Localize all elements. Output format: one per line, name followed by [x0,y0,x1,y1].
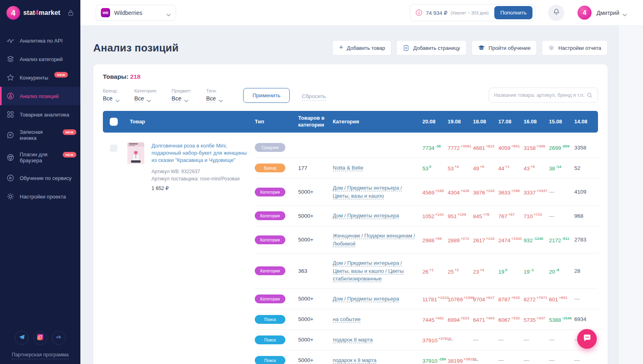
search-query-link[interactable]: подарок 8 марта [333,337,373,343]
action-button-2[interactable]: Пройти обучение [471,40,537,55]
sidebar-item-service-training[interactable]: Обучение по сервису [0,169,80,187]
category-link[interactable]: Дом / Предметы интерьера / Цветы, вазы и… [333,185,402,199]
type-badge-category: Категория [255,294,285,303]
position-value: 2699-659 [547,144,573,151]
filter-selects: Бренд:ВсеКатегория:ВсеПредмет:ВсеТеги:Вс… [103,88,238,103]
items-in-category: 5000+ [297,189,332,195]
search-query-link[interactable]: подарок к 8 марта [333,357,377,363]
sidebar-item-notebook[interactable]: Записная книжкаNEW [0,124,80,146]
position-value: 932-1240 [522,236,547,243]
sidebar-item-category-analysis[interactable]: Анализ категорий [0,50,80,68]
apply-button[interactable]: Применить [243,88,290,103]
brand-link[interactable]: Notta & Belle [333,165,363,171]
filter-select-1[interactable]: Категория:Все [134,88,157,103]
sidebar-item-competitors[interactable]: КонкурентыNEW [0,68,80,87]
user-menu[interactable]: Дмитрий [596,10,627,16]
sidebar-item-label: Аналитика по API [20,38,63,44]
product-image[interactable] [127,142,144,164]
avatar[interactable]: 4 [577,6,592,20]
gear-icon [6,192,14,200]
position-value: 4569+265 [421,188,446,196]
category-link[interactable]: Женщинам / Подарки женщинам / Любимой [333,233,415,247]
position-value: — [446,337,471,343]
marketplace-select[interactable]: WB Wildberries [96,5,176,21]
position-row: Категория5000+Дом / Предметы интерьера /… [254,178,598,205]
chat-button[interactable] [577,329,597,349]
position-value: — [547,189,573,195]
column-header-date: 20.08 [421,119,446,125]
sidebar-item-browser-plugin[interactable]: Плагин для браузераNEW [0,146,80,169]
position-value: 37910+37910 [421,336,446,344]
filter-select-0[interactable]: Бренд:Все [103,88,120,103]
type-badge-search: Поиск [255,356,285,364]
position-value: 7772+3091 [446,144,471,151]
position-value: 9704+917 [471,295,497,303]
lock-icon[interactable] [67,9,75,17]
sidebar-item-position-analysis[interactable]: Анализ позиций [0,87,80,105]
product-price: 1 652 ₽ [152,185,251,191]
filter-value: Все [103,95,113,103]
page-content: Анализ позиций +Добавить товарДобавить с… [80,26,608,364]
marketplace-name: Wildberries [114,10,142,16]
category-cell: Дом / Предметы интерьера / Цветы, вазы и… [332,184,421,200]
sidebar-item-label: Обучение по сервису [20,175,72,181]
action-button-label: Настройки отчета [558,45,601,51]
position-value: 3876+243 [471,188,497,196]
telegram-icon [18,333,25,342]
action-button-3[interactable]: Настройки отчета [542,40,608,55]
topup-button[interactable]: Пополнить [494,6,532,19]
position-value: 38199+38199 [446,357,471,364]
chrome-icon [6,153,14,162]
search-input[interactable] [494,92,586,98]
action-button-1[interactable]: Добавить страницу [396,40,466,55]
notifications-button[interactable] [548,5,564,21]
sidebar-bottom: vk Партнерская программа [0,331,80,364]
type-badge-category: Категория [255,188,285,196]
type-badge-category: Категория [255,235,285,244]
position-value: 7734-38 [421,144,446,151]
telegram-link[interactable] [15,331,29,345]
items-in-category: 5000+ [297,213,332,219]
type-badge-brand: Бренд [255,164,285,172]
category-link[interactable]: Дом / Предметы интерьера / Цветы, вазы и… [333,260,404,282]
search-icon[interactable] [586,92,593,98]
sidebar-item-api-analytics[interactable]: Аналитика по API [0,31,80,50]
logo[interactable]: 4 stat4market [0,0,80,25]
bell-icon [553,8,560,17]
position-value: 530 [421,164,446,172]
graduation-cap-icon [478,45,485,51]
category-link[interactable]: Дом / Предметы интерьера [333,296,399,302]
instagram-link[interactable] [33,331,47,345]
position-row: Бренд177Notta & Belle53053+449+544+143+5… [254,157,598,178]
category-link[interactable]: Дом / Предметы интерьера [333,213,399,219]
position-row: Категория363Дом / Предметы интерьера / Ц… [254,253,598,288]
products-count: Товары:218 [103,73,598,80]
page-add-icon [403,45,410,51]
sidebar-item-product-analytics[interactable]: Товарная аналитика [0,105,80,124]
chevron-down-icon [115,98,120,101]
position-value: — [471,337,497,343]
row-checkbox[interactable] [110,145,117,152]
filter-select-2[interactable]: Предмет:Все [172,88,192,103]
position-value: 4681+622 [471,144,497,151]
sidebar-item-label: Настройки проекта [20,194,66,200]
position-value: 2889+272 [446,236,471,243]
action-button-0[interactable]: +Добавить товар [332,40,391,55]
chat-bubble-icon [582,333,592,345]
select-all-checkbox[interactable] [110,118,118,126]
position-rows: Средняя7734-387772+30914681+6224059+9013… [254,133,598,364]
vk-link[interactable]: vk [52,331,66,345]
action-button-label: Добавить страницу [413,45,460,51]
position-row: Поиск5000+на событие7445+4516994+5236471… [254,309,598,329]
filter-value: Все [134,95,144,103]
product-title-link[interactable]: Долговечная роза в колбе Mini, подарочны… [152,142,251,164]
reset-button[interactable]: Сбросить [302,93,326,99]
pulse-icon [6,37,14,45]
sidebar-nav: Аналитика по APIАнализ категорийКонкурен… [0,31,80,206]
filter-select-3[interactable]: Теги:Все [206,88,223,103]
sidebar-item-project-settings[interactable]: Настройки проекта [0,187,80,206]
user-name: Дмитрий [596,10,619,16]
table-body: Долговечная роза в колбе Mini, подарочны… [103,133,598,364]
search-query-link[interactable]: на событие [333,316,360,322]
partner-program-link[interactable]: Партнерская программа [0,352,80,358]
